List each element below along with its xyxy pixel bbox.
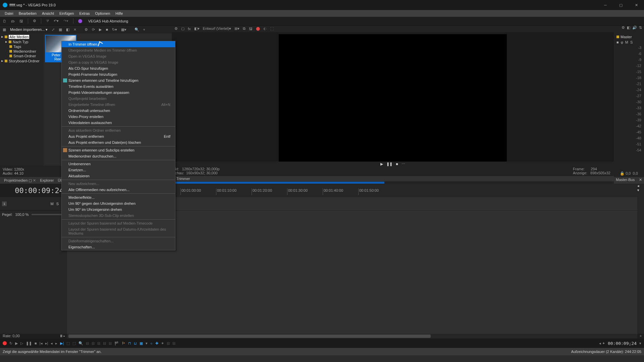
go-start-icon[interactable]: |◂ — [40, 341, 43, 346]
tree-root[interactable]: ▸Alle Medien — [1, 34, 43, 39]
ctx-item[interactable]: Aus Projekt entfernenEntf — [62, 133, 175, 139]
ctx-item[interactable]: Als CD-Spur hinzufügen — [62, 65, 175, 71]
go-end-icon[interactable]: ▸| — [45, 341, 48, 346]
tab-master-bus[interactable]: Master-Bus ✕ — [614, 177, 644, 184]
menu-edit[interactable]: Bearbeiten — [16, 11, 39, 15]
add-marker-icon[interactable]: ◂ ✦ — [599, 341, 605, 346]
dim-icon[interactable]: ◐ — [263, 26, 267, 31]
auto-ripple-icon[interactable]: ⟐ — [150, 341, 153, 345]
loop-play-icon[interactable]: ↻ — [9, 341, 12, 346]
ctx-item[interactable]: Szenen erkennen und Subclips erstellen — [62, 147, 175, 153]
capture-icon[interactable]: ⤢ — [52, 27, 55, 32]
preview-pause-icon[interactable]: ❚❚ — [386, 162, 392, 166]
tree-media-folders[interactable]: Medienordner — [5, 49, 43, 54]
menu-help[interactable]: Hilfe — [113, 11, 125, 15]
refresh-icon[interactable]: ⟳ — [92, 27, 95, 32]
tab-trimmer[interactable]: Trimmer — [174, 177, 193, 181]
ctx-item[interactable]: Ordnerinhalt untersuchen — [62, 108, 175, 114]
track-level-slider[interactable] — [32, 214, 65, 215]
tree-smart-folders[interactable]: Smart-Ordner — [5, 54, 43, 58]
close-button[interactable]: ✕ — [629, 0, 644, 10]
ctx-item[interactable]: Ersetzen... — [62, 167, 175, 173]
ctx-item[interactable]: Eigenschaften... — [62, 244, 175, 250]
track-level[interactable]: Pegel: 100,0 % — [0, 210, 67, 219]
ctx-item[interactable]: Umbenennen — [62, 161, 175, 167]
stop-media-icon[interactable]: ■ — [106, 27, 108, 32]
normal-edit-icon[interactable]: ▶| — [60, 341, 64, 346]
ctx-item[interactable]: Aus Projekt entfernen und Datei(en) lösc… — [62, 139, 175, 145]
save-frame-icon[interactable]: 🖫 — [249, 27, 253, 31]
timeline-marker-scroll[interactable]: ◂▾ — [637, 184, 644, 197]
overlays-icon[interactable]: ⊞▾ — [234, 26, 239, 31]
ctx-item[interactable]: Um 90° im Uhrzeigersinn drehen — [62, 206, 175, 213]
play-from-start-icon[interactable]: ▶ — [15, 341, 18, 346]
marker-icon[interactable]: 🏴 — [114, 341, 119, 346]
fullscreen-icon[interactable]: ⛶ — [270, 27, 274, 31]
snap-icon[interactable]: ⊓ — [128, 341, 131, 346]
next-frame-icon[interactable]: ▸ — [55, 341, 57, 346]
tab-explorer[interactable]: Explorer — [38, 178, 56, 182]
preview-stop-icon[interactable]: ■ — [396, 162, 398, 166]
play-icon[interactable]: ▷ — [20, 341, 23, 346]
ctx-item[interactable]: Projekt-Framerate hinzufügen — [62, 71, 175, 77]
ctx-item[interactable]: Timeline-Events auswählen — [62, 83, 175, 89]
split-screen-icon[interactable]: ◧▾ — [194, 26, 200, 31]
pause-icon[interactable]: ❚❚ — [26, 341, 32, 346]
prev-frame-icon[interactable]: ◂ — [51, 341, 53, 346]
tab-projektmedien[interactable]: Projektmedien ▢✕ — [2, 178, 38, 183]
tree-by-type[interactable]: ▸Nach Typ — [5, 39, 43, 44]
track-header-1[interactable]: 1 M S ⋯ — [0, 197, 67, 210]
redo-icon[interactable]: ↷▾ — [63, 19, 68, 23]
preview-more-icon[interactable]: ⋯ — [401, 162, 405, 166]
lock-envelopes-icon[interactable]: ✚ — [155, 341, 158, 346]
preview-play-icon[interactable]: ▶ — [380, 162, 383, 166]
open-icon[interactable]: 🗁 — [11, 19, 15, 23]
remove-icon[interactable]: ⨯ — [73, 27, 76, 32]
close-tab-icon[interactable]: ✕ — [33, 178, 36, 183]
search-icon[interactable]: 🔍 — [135, 27, 139, 32]
transport-timecode[interactable]: 00:00:09;24 — [608, 341, 637, 346]
menu-insert[interactable]: Einfügen — [57, 11, 76, 15]
master-mono-icon[interactable]: 🔊 — [632, 25, 637, 34]
ctx-item[interactable]: Aktualisieren — [62, 173, 175, 179]
tab-menu-icon[interactable]: ▢ — [29, 178, 32, 183]
media-fx-icon[interactable]: ◧ — [66, 27, 69, 32]
zoom-icon[interactable]: 🔍 — [78, 341, 83, 346]
play-media-icon[interactable]: ▶ — [99, 27, 102, 32]
master-downmix-icon[interactable]: ⇅ — [639, 25, 642, 34]
snap-marker-icon[interactable]: ⊔ — [134, 341, 137, 346]
master-phase-button[interactable]: φ — [621, 40, 623, 44]
media-gen-icon[interactable]: ▦ — [59, 27, 62, 32]
ctx-item[interactable]: In Trimmer öffnen — [62, 41, 175, 47]
external-monitor-icon[interactable]: ▢ — [181, 26, 184, 31]
ctx-item[interactable]: Medienordner durchsuchen... — [62, 153, 175, 159]
selection-icon[interactable]: ⬚ — [72, 341, 76, 346]
maximize-button[interactable]: ▢ — [613, 0, 629, 10]
region-icon[interactable]: 🏳 — [122, 341, 125, 345]
menu-file[interactable]: Datei — [2, 11, 16, 15]
snap-grid-icon[interactable]: ▦ — [140, 341, 143, 346]
ctx-item[interactable]: Medieneffekte... — [62, 194, 175, 200]
stop-icon[interactable]: ■ — [35, 341, 37, 345]
snap-options-icon[interactable]: ▾ — [146, 341, 148, 346]
ctx-item[interactable]: Szenen erkennen und Timeline hinzufügen — [62, 77, 175, 83]
ctx-item[interactable]: Alle Offlinemedien neu aufzeichnen... — [62, 187, 175, 193]
media-filter-icon[interactable]: ▦ — [3, 27, 6, 32]
minimize-button[interactable]: ─ — [598, 0, 613, 10]
tree-storyboard-folders[interactable]: ▸Storyboard-Ordner — [1, 58, 43, 63]
menu-options[interactable]: Optionen — [93, 11, 113, 15]
master-settings-icon[interactable]: ⚙ — [622, 25, 625, 34]
loop-icon[interactable]: ↻▾ — [112, 27, 117, 32]
cut-icon[interactable]: ⧩ — [46, 19, 49, 23]
envelope-icon[interactable]: ⬚ — [66, 341, 70, 346]
timeline-timecode[interactable]: 00:00:09:24 — [0, 184, 67, 197]
settings-icon[interactable]: ⚙ — [33, 19, 36, 23]
view-icon[interactable]: ▦▾ — [121, 27, 126, 32]
ctx-item[interactable]: Video-Proxy erstellen — [62, 114, 175, 120]
undo-icon[interactable]: ↶▾ — [54, 19, 59, 23]
timeline-v-scroll[interactable] — [637, 197, 644, 334]
hub-label[interactable]: VEGAS Hub Abmeldung — [88, 19, 128, 23]
save-icon[interactable]: 🖫 — [19, 19, 23, 23]
track-solo-button[interactable]: S — [56, 202, 59, 206]
master-mute-button[interactable]: M — [625, 40, 628, 44]
